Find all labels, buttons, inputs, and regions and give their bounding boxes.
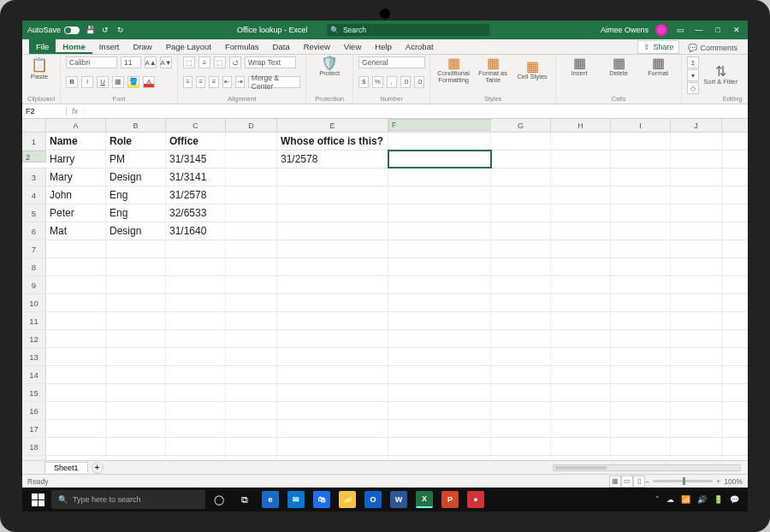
tab-file[interactable]: File	[29, 39, 56, 54]
cell-E12[interactable]	[277, 330, 388, 347]
cell-A1[interactable]: Name	[46, 133, 106, 150]
avatar[interactable]	[655, 24, 667, 36]
cell-C17[interactable]	[166, 420, 226, 437]
cell-H12[interactable]	[551, 330, 611, 347]
cell-I14[interactable]	[611, 366, 671, 383]
outlook-icon[interactable]: O	[361, 489, 385, 510]
cell-A4[interactable]: John	[46, 186, 106, 204]
cell-F16[interactable]	[388, 402, 491, 419]
tab-formulas[interactable]: Formulas	[218, 39, 266, 54]
cell-E6[interactable]	[277, 222, 388, 239]
cell-G5[interactable]	[491, 204, 551, 222]
fx-icon[interactable]: fx	[67, 107, 84, 115]
find-select-button[interactable]: 🔍Find & Select	[742, 62, 748, 89]
align-center-icon[interactable]: ≡	[196, 76, 205, 88]
start-button[interactable]	[26, 489, 50, 510]
row-header[interactable]: 19	[22, 456, 46, 460]
cell-D17[interactable]	[226, 420, 277, 437]
cell-B16[interactable]	[106, 402, 166, 419]
cell-H7[interactable]	[551, 240, 611, 257]
mail-icon[interactable]: ✉	[284, 489, 308, 510]
cell-A3[interactable]: Mary	[46, 168, 106, 186]
cell-I9[interactable]	[611, 276, 671, 293]
col-header-B[interactable]: B	[106, 119, 166, 132]
cell-D16[interactable]	[226, 402, 277, 419]
cell-G13[interactable]	[491, 348, 551, 365]
cell-G4[interactable]	[491, 186, 551, 204]
increase-decimal-icon[interactable]: .0	[400, 76, 411, 88]
zoom-in-icon[interactable]: +	[716, 477, 720, 486]
format-as-table-button[interactable]: ▦Format as Table	[475, 56, 511, 83]
cell-I11[interactable]	[611, 312, 671, 329]
volume-icon[interactable]: 🔊	[697, 495, 707, 504]
cell-E9[interactable]	[277, 276, 388, 293]
row-header[interactable]: 16	[22, 402, 46, 419]
explorer-icon[interactable]: 📁	[335, 489, 359, 510]
zoom-level[interactable]: 100%	[724, 477, 743, 486]
cell-C16[interactable]	[166, 402, 226, 419]
fill-icon[interactable]: ▾	[687, 69, 699, 81]
cell-A6[interactable]: Mat	[46, 222, 106, 239]
cell-J10[interactable]	[671, 294, 722, 311]
cell-E1[interactable]: Whose office is this?	[277, 133, 388, 150]
cell-A8[interactable]	[46, 258, 106, 275]
cell-E10[interactable]	[277, 294, 388, 311]
row-header[interactable]: 2	[22, 151, 46, 163]
cell-D8[interactable]	[226, 258, 277, 275]
indent-inc-icon[interactable]: ⇥	[235, 76, 245, 88]
spreadsheet-grid[interactable]: A B C D E F G H I J 1NameRoleOfficeWhose…	[22, 119, 748, 460]
cell-D14[interactable]	[226, 366, 277, 383]
cell-I16[interactable]	[611, 402, 671, 419]
cell-B6[interactable]: Design	[106, 222, 166, 239]
cell-H19[interactable]	[551, 456, 611, 460]
redo-icon[interactable]: ↻	[116, 25, 126, 35]
cell-H4[interactable]	[551, 186, 611, 204]
action-center-icon[interactable]: 💬	[730, 495, 739, 504]
cell-J9[interactable]	[671, 276, 722, 293]
cell-J13[interactable]	[671, 348, 722, 365]
cell-D1[interactable]	[226, 133, 277, 150]
cell-E8[interactable]	[277, 258, 388, 275]
fill-color-button[interactable]: 🪣	[127, 76, 139, 88]
save-icon[interactable]: 💾	[85, 25, 95, 35]
col-header-C[interactable]: C	[166, 119, 226, 132]
italic-button[interactable]: I	[81, 76, 93, 88]
tab-review[interactable]: Review	[297, 39, 337, 54]
cell-B9[interactable]	[106, 276, 166, 293]
cell-D12[interactable]	[226, 330, 277, 347]
cell-A16[interactable]	[46, 402, 106, 419]
cell-I13[interactable]	[611, 348, 671, 365]
cell-B19[interactable]	[106, 456, 166, 460]
cell-J18[interactable]	[671, 438, 722, 455]
autosave-toggle[interactable]: AutoSave	[27, 26, 80, 34]
align-bottom-icon[interactable]: ⬚	[214, 56, 226, 68]
currency-icon[interactable]: $	[358, 76, 369, 88]
task-view-icon[interactable]: ⧉	[233, 489, 257, 510]
cell-C11[interactable]	[166, 312, 226, 329]
cell-A2[interactable]: Harry	[46, 151, 106, 168]
cell-H1[interactable]	[551, 133, 611, 150]
align-left-icon[interactable]: ≡	[183, 76, 192, 88]
cell-F5[interactable]	[388, 204, 491, 222]
cell-J5[interactable]	[671, 204, 722, 222]
cell-J6[interactable]	[671, 222, 722, 239]
sheet-tab[interactable]: Sheet1	[44, 462, 88, 473]
maximize-icon[interactable]: □	[712, 26, 724, 34]
cell-J17[interactable]	[671, 420, 722, 437]
cell-H17[interactable]	[551, 420, 611, 437]
cell-I2[interactable]	[611, 151, 671, 168]
col-header-G[interactable]: G	[491, 119, 551, 132]
cell-F8[interactable]	[388, 258, 491, 275]
cell-F3[interactable]	[388, 168, 491, 186]
view-normal-icon[interactable]: ▦	[609, 476, 621, 488]
cell-H2[interactable]	[551, 151, 611, 168]
cell-G18[interactable]	[491, 438, 551, 455]
cell-H10[interactable]	[551, 294, 611, 311]
share-button[interactable]: ⇪Share	[637, 40, 679, 54]
format-cells-button[interactable]: ▦Format	[640, 56, 676, 77]
cell-A13[interactable]	[46, 348, 106, 365]
cell-I5[interactable]	[611, 204, 671, 222]
cell-G16[interactable]	[491, 402, 551, 419]
cell-D3[interactable]	[226, 168, 277, 186]
cell-G17[interactable]	[491, 420, 551, 437]
